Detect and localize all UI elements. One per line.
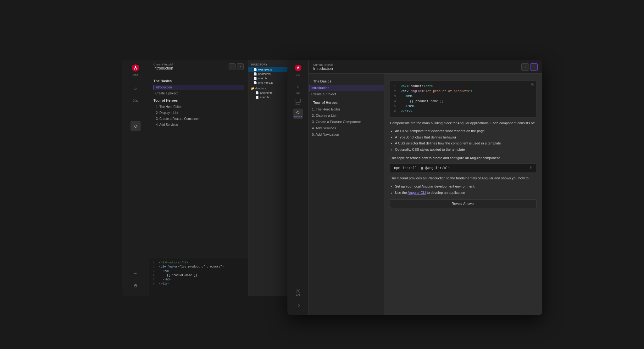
modal-topic-desc: This topic describes how to create and c…: [390, 155, 536, 161]
version-label: V18: [133, 74, 138, 77]
modal-nav-display-list[interactable]: 2. Display a List: [309, 113, 384, 118]
modal-description: Components are the main building block f…: [390, 120, 536, 126]
bg-nav-feature-component[interactable]: 3. Create a Feature Component: [153, 116, 244, 121]
bg-heroes-title: Tour of Heroes: [153, 99, 244, 102]
modal-bullets: An HTML template that declares what rend…: [395, 128, 536, 152]
modal-reveal-btn[interactable]: Reveal Answer: [390, 199, 536, 208]
tutorials-icon[interactable]: ◇: [130, 121, 141, 131]
modal-nav-feature-component[interactable]: 3. Create a Feature Component: [309, 119, 384, 125]
bg-basics-title: The Basics: [153, 79, 244, 83]
bg-file-header: directory: [248, 62, 289, 67]
modal-install-copy[interactable]: ⎘: [530, 166, 532, 170]
modal-nav-add-navigation[interactable]: 5. Add Navigation: [309, 132, 384, 137]
bg-nav-introduction[interactable]: Introduction: [153, 85, 244, 90]
bg-next-btn[interactable]: ›: [237, 63, 244, 70]
bg-nav-hero-editor[interactable]: 1. The Hero Editor: [153, 104, 244, 110]
modal-tutorial-desc: This tutorial provides an introduction t…: [390, 175, 536, 181]
modal-tutorial-title: Introduction: [313, 66, 333, 71]
bg-tutorial-title: Introduction: [153, 66, 173, 70]
modal-copy-btn[interactable]: ⎘: [531, 83, 534, 87]
bg-prev-btn[interactable]: ‹: [229, 63, 236, 70]
modal-version-label: V18: [296, 73, 300, 76]
keyboard-shortcut-icon[interactable]: ⌘K: [130, 96, 141, 106]
bg-file-main-ts[interactable]: 📄main.ts: [248, 76, 289, 81]
bg-subfile-another-ts[interactable]: 📄another.ts: [248, 91, 289, 95]
modal-api-icon[interactable]: { } API: [293, 288, 303, 297]
bg-file-one-more-ts[interactable]: 📄one-more.ts: [248, 81, 289, 85]
modal-nav-add-services[interactable]: 4. Add Services: [309, 125, 384, 131]
bg-file-another-ts[interactable]: 📄another.ts: [248, 72, 289, 76]
bg-tutorial-label: Current Tutorial: [153, 63, 173, 66]
modal-search-label: ⌘K: [296, 92, 300, 95]
bg-subfile-main-ts[interactable]: 📄main.ts: [248, 95, 289, 99]
modal-tutorial-label: Current Tutorial: [313, 63, 333, 66]
modal-docs-icon[interactable]: Docs: [293, 98, 303, 107]
modal-tutorial-bullets: Set up your local Angular development en…: [395, 184, 536, 195]
modal-nav-introduction[interactable]: Introduction: [309, 85, 384, 91]
docs-icon[interactable]: [130, 108, 141, 118]
modal-prev-btn[interactable]: ‹: [521, 63, 529, 71]
search-icon[interactable]: ⌕: [130, 83, 141, 93]
settings-icon[interactable]: ⚙: [130, 281, 141, 291]
bg-nav-add-services[interactable]: 4. Add Services: [153, 122, 244, 127]
modal-theme-icon[interactable]: ☽: [293, 301, 303, 310]
modal-basics-title: The Basics: [309, 79, 384, 83]
modal-tutorials-icon[interactable]: ◇ Tutorials: [293, 109, 303, 119]
bg-nav-display-list[interactable]: 2. Display a List: [153, 110, 244, 115]
modal-next-btn[interactable]: ›: [530, 63, 538, 71]
modal-install-block: npm install -g @angular/cli ⎘: [390, 163, 536, 173]
modal-code-block: ⎘ 1<h2>Products</h2> 2<div *ngFor="let p…: [390, 81, 536, 118]
modal-search-icon[interactable]: ⌕: [293, 82, 303, 91]
modal-nav-create-project[interactable]: Create a project: [309, 91, 384, 97]
more-options-icon[interactable]: ···: [130, 268, 141, 278]
bg-file-example-ts[interactable]: 📄example.ts: [248, 67, 289, 72]
modal-heroes-title: Tour of Heroes: [309, 101, 384, 104]
bg-nav-create-project[interactable]: Create a project: [153, 91, 244, 96]
modal-nav-hero-editor[interactable]: 1. The Hero Editor: [309, 106, 384, 112]
